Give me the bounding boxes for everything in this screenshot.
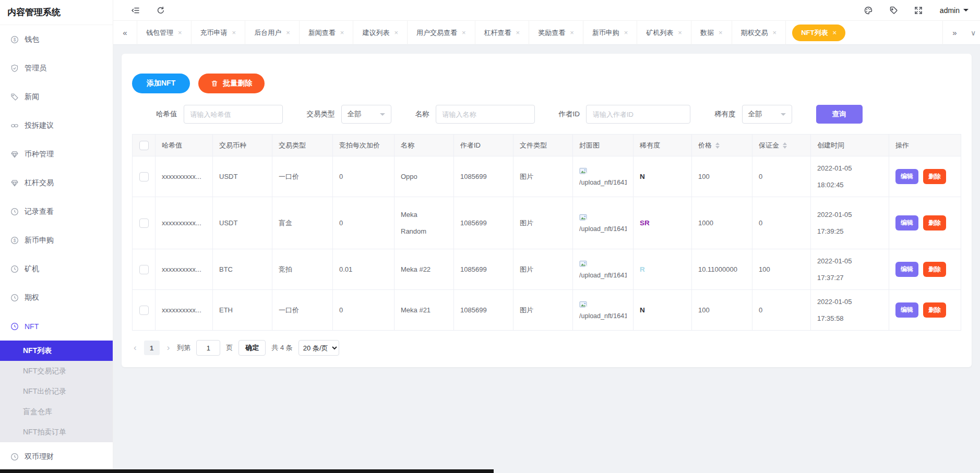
edit-button[interactable]: 编辑	[895, 302, 918, 318]
tab-NFT列表[interactable]: NFT列表×	[792, 25, 845, 41]
tab-label: 杠杆查看	[484, 28, 511, 38]
sidebar-item-新币申购[interactable]: $新币申购	[0, 226, 113, 254]
row-checkbox[interactable]	[139, 265, 149, 274]
close-icon[interactable]: ×	[678, 29, 682, 37]
sidebar-item-投拆建议[interactable]: 投拆建议	[0, 111, 113, 140]
select-all-checkbox[interactable]	[139, 141, 149, 150]
column-价格[interactable]: 价格	[692, 135, 752, 156]
topbar: admin	[113, 0, 980, 21]
close-icon[interactable]: ×	[394, 29, 398, 37]
tab-label: 数据	[700, 28, 714, 38]
edit-button[interactable]: 编辑	[895, 215, 918, 231]
tab-奖励查看[interactable]: 奖励查看×	[529, 21, 583, 45]
sidebar-subitem-NFT交易记录[interactable]: NFT交易记录	[0, 361, 113, 381]
tag-icon[interactable]	[889, 6, 898, 15]
edit-button[interactable]: 编辑	[895, 262, 918, 277]
column-保证金[interactable]: 保证金	[752, 135, 811, 156]
tab-钱包管理[interactable]: 钱包管理×	[137, 21, 192, 45]
close-icon[interactable]: ×	[832, 29, 836, 37]
fullscreen-icon[interactable]	[914, 6, 923, 15]
trade-type-select[interactable]: 全部	[341, 105, 391, 124]
cell-bid-increment: 0	[333, 156, 395, 197]
row-checkbox[interactable]	[139, 219, 149, 228]
tab-新币申购[interactable]: 新币申购×	[583, 21, 638, 45]
sidebar-item-币种管理[interactable]: 币种管理	[0, 140, 113, 168]
tabs-overflow-icon[interactable]: ∨	[966, 29, 980, 37]
close-icon[interactable]: ×	[624, 29, 628, 37]
tab-数据[interactable]: 数据×	[691, 21, 732, 45]
sidebar-item-双币理财[interactable]: 双币理财	[0, 442, 113, 471]
close-icon[interactable]: ×	[773, 29, 777, 37]
page-number[interactable]: 1	[144, 341, 160, 355]
column-稀有度: 稀有度	[634, 135, 692, 156]
pagination: ‹ 1 › 到第 页 确定 共 4 条 20 条/页	[132, 340, 961, 356]
close-icon[interactable]: ×	[340, 29, 344, 37]
delete-button[interactable]: 删除	[923, 169, 946, 184]
sidebar-subitem-NFT拍卖订单[interactable]: NFT拍卖订单	[0, 422, 113, 442]
tabs-scroll-left-icon[interactable]: «	[113, 21, 137, 45]
tab-期权交易[interactable]: 期权交易×	[732, 21, 786, 45]
confirm-button[interactable]: 确定	[238, 340, 266, 356]
next-page-button[interactable]: ›	[165, 343, 172, 353]
row-checkbox[interactable]	[139, 172, 149, 181]
main-area: admin « 钱包管理×充币申请×后台用户×新闻查看×建议列表×用户交易查看×…	[113, 0, 980, 473]
cell-bid-increment: 0	[333, 197, 395, 249]
sidebar-item-NFT[interactable]: NFT	[0, 312, 113, 341]
sidebar-subitem-NFT列表[interactable]: NFT列表	[0, 341, 113, 361]
select-all-header	[133, 135, 156, 156]
sort-icons[interactable]	[715, 142, 720, 149]
goto-page-input[interactable]	[196, 340, 220, 356]
page-size-select[interactable]: 20 条/页	[298, 340, 339, 356]
tabs-scroll-right-icon[interactable]: »	[942, 21, 966, 45]
sort-icons[interactable]	[783, 142, 787, 149]
delete-button[interactable]: 删除	[923, 215, 946, 231]
tab-充币申请[interactable]: 充币申请×	[192, 21, 246, 45]
delete-button[interactable]: 删除	[923, 302, 946, 318]
broken-image-icon	[579, 301, 627, 309]
tab-建议列表[interactable]: 建议列表×	[353, 21, 408, 45]
close-icon[interactable]: ×	[462, 29, 466, 37]
sidebar-item-期权[interactable]: 期权	[0, 283, 113, 312]
edit-button[interactable]: 编辑	[895, 169, 918, 184]
tab-label: 后台用户	[254, 28, 281, 38]
close-icon[interactable]: ×	[719, 29, 723, 37]
table-row: xxxxxxxxxx...BTC竞拍0.01Meka #221085699图片/…	[133, 249, 961, 290]
sidebar-item-label: 新闻	[25, 92, 39, 102]
close-icon[interactable]: ×	[178, 29, 182, 37]
prev-page-button[interactable]: ‹	[132, 343, 138, 353]
sidebar-item-杠杆交易[interactable]: 杠杆交易	[0, 168, 113, 197]
close-icon[interactable]: ×	[286, 29, 290, 37]
sidebar-subitem-盲盒仓库[interactable]: 盲盒仓库	[0, 402, 113, 422]
rarity-select[interactable]: 全部	[742, 105, 792, 124]
cell-name: Oppo	[395, 156, 454, 197]
search-button[interactable]: 查询	[816, 105, 863, 124]
collapse-menu-icon[interactable]	[131, 6, 140, 15]
close-icon[interactable]: ×	[516, 29, 520, 37]
hash-filter-input[interactable]	[184, 105, 283, 124]
sidebar-item-矿机[interactable]: 矿机	[0, 254, 113, 283]
close-icon[interactable]: ×	[232, 29, 236, 37]
delete-button[interactable]: 删除	[923, 262, 946, 277]
tab-用户交易查看[interactable]: 用户交易查看×	[408, 21, 475, 45]
tab-后台用户[interactable]: 后台用户×	[245, 21, 300, 45]
theme-palette-icon[interactable]	[864, 6, 873, 15]
tab-新闻查看[interactable]: 新闻查看×	[300, 21, 354, 45]
sidebar-subitem-NFT出价记录[interactable]: NFT出价记录	[0, 381, 113, 402]
trade-type-filter: 交易类型 全部	[307, 105, 391, 124]
tab-杠杆查看[interactable]: 杠杆查看×	[475, 21, 530, 45]
cell-coin: USDT	[213, 156, 272, 197]
row-checkbox[interactable]	[139, 306, 149, 315]
tab-矿机列表[interactable]: 矿机列表×	[637, 21, 691, 45]
sidebar-item-钱包[interactable]: $钱包	[0, 25, 113, 54]
bottom-scrollbar[interactable]	[0, 469, 494, 473]
refresh-icon[interactable]	[156, 6, 165, 15]
author-filter-input[interactable]	[586, 105, 690, 124]
sidebar-item-记录查看[interactable]: 记录查看	[0, 197, 113, 226]
batch-delete-button[interactable]: 批量删除	[198, 74, 265, 93]
sidebar-item-管理员[interactable]: 管理员	[0, 54, 113, 82]
add-nft-button[interactable]: 添加NFT	[132, 74, 190, 93]
close-icon[interactable]: ×	[570, 29, 574, 37]
user-menu[interactable]: admin	[940, 6, 969, 15]
name-filter-input[interactable]	[436, 105, 535, 124]
sidebar-item-新闻[interactable]: 新闻	[0, 82, 113, 111]
